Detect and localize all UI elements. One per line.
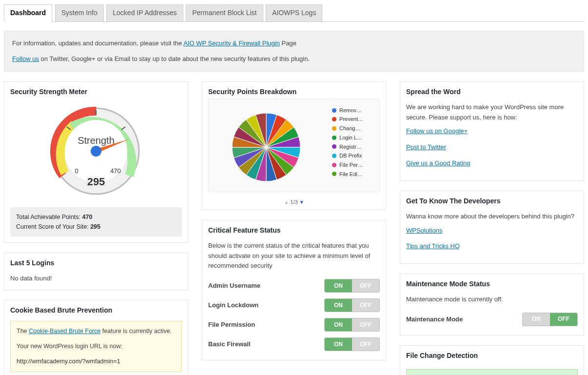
pager-next-icon[interactable]: ▼ xyxy=(299,199,304,205)
legend-swatch-icon xyxy=(332,117,336,121)
box-title: Get To Know The Developers xyxy=(400,191,584,208)
plugin-link[interactable]: AIO WP Security & Firewall Plugin xyxy=(183,39,280,47)
svg-text:Strength: Strength xyxy=(78,135,115,146)
legend-item: File Edi… xyxy=(332,170,363,179)
legend-swatch-icon xyxy=(332,144,336,149)
pager-prev-icon[interactable]: ▲ xyxy=(284,199,289,205)
legend-item: Prevent… xyxy=(332,115,363,124)
legend-swatch-icon xyxy=(332,154,336,158)
critical-desc: Below is the current status of the criti… xyxy=(208,241,380,271)
points-breakdown-box: Security Points Breakdown Remov…Prevent…… xyxy=(202,81,386,210)
spread-word-box: Spread the Word We are working hard to m… xyxy=(400,81,584,181)
feature-toggle[interactable]: ONOFF xyxy=(324,298,380,312)
legend-item: DB Prefix xyxy=(332,151,363,160)
link-wpsolutions[interactable]: WPSolutions xyxy=(406,226,578,236)
maintenance-toggle[interactable]: ON OFF xyxy=(522,313,578,326)
maint-label: Maintenance Mode xyxy=(406,315,463,325)
cookie-brute-link[interactable]: Cookie-Based Brute Force xyxy=(29,328,100,335)
pie-legend: Remov…Prevent…Chang…Login L…Registr…DB P… xyxy=(332,106,363,179)
info-text: For information, updates and documentati… xyxy=(12,39,183,47)
box-title: File Change Detection xyxy=(400,346,584,362)
legend-item: Chang… xyxy=(332,124,363,133)
maintenance-box: Maintenance Mode Status Maintenance mode… xyxy=(400,274,584,336)
nav-tabs: Dashboard System Info Locked IP Addresse… xyxy=(4,0,584,22)
box-title: Critical Feature Status xyxy=(202,220,386,237)
link-googleplus[interactable]: Follow us on Google+ xyxy=(406,126,578,137)
tab-system-info[interactable]: System Info xyxy=(55,4,104,22)
box-title: Cookie Based Brute Prevention xyxy=(4,300,188,317)
link-tipsntricks[interactable]: Tips and Tricks HQ xyxy=(406,241,578,252)
feature-row: Basic FirewallONOFF xyxy=(208,335,380,354)
legend-label: File Per… xyxy=(339,160,363,170)
feature-toggle[interactable]: ONOFF xyxy=(324,279,380,293)
feature-row: Login LockdownONOFF xyxy=(208,296,380,315)
legend-pager: ▲ 1/3 ▼ xyxy=(202,198,386,210)
legend-item: Remov… xyxy=(332,106,363,115)
info-text: Page xyxy=(282,39,296,47)
file-change-status xyxy=(406,369,578,375)
critical-feature-box: Critical Feature Status Below is the cur… xyxy=(202,220,386,360)
feature-label: Admin Username xyxy=(208,281,260,291)
box-title: Security Points Breakdown xyxy=(202,82,386,99)
tab-locked-ip[interactable]: Locked IP Addresses xyxy=(106,4,183,22)
svg-text:0: 0 xyxy=(75,167,78,175)
legend-label: Login L… xyxy=(339,133,362,142)
devs-desc: Wanna know more about the developers beh… xyxy=(406,212,578,222)
feature-label: Login Lockdown xyxy=(208,300,258,311)
pager-text: 1/3 xyxy=(290,199,297,205)
svg-text:295: 295 xyxy=(87,176,105,188)
legend-item: File Per… xyxy=(332,160,363,170)
last-logins-box: Last 5 Logins No data found! xyxy=(4,253,188,290)
legend-label: Remov… xyxy=(339,106,362,115)
feature-row: File PermissionONOFF xyxy=(208,315,380,335)
pie-chart xyxy=(225,106,308,189)
follow-us-link[interactable]: Follow us xyxy=(12,55,39,62)
legend-label: DB Prefix xyxy=(339,151,362,160)
legend-swatch-icon xyxy=(332,108,336,113)
legend-label: Prevent… xyxy=(339,115,363,124)
feature-label: Basic Firewall xyxy=(208,339,251,350)
spread-desc: We are working hard to make your WordPre… xyxy=(406,102,578,123)
file-change-box: File Change Detection xyxy=(400,345,584,375)
legend-label: File Edi… xyxy=(339,170,363,179)
svg-text:470: 470 xyxy=(110,167,121,175)
box-title: Spread the Word xyxy=(400,82,584,99)
tab-dashboard[interactable]: Dashboard xyxy=(4,4,52,22)
feature-toggle[interactable]: ONOFF xyxy=(324,337,380,351)
legend-item: Registr… xyxy=(332,142,363,152)
link-twitter[interactable]: Post to Twitter xyxy=(406,142,578,153)
box-title: Last 5 Logins xyxy=(4,253,188,270)
info-notice: For information, updates and documentati… xyxy=(4,31,584,72)
info-text: on Twitter, Google+ or via Email to stay… xyxy=(41,55,310,62)
box-title: Security Strength Meter xyxy=(4,82,188,99)
legend-swatch-icon xyxy=(332,126,336,131)
box-title: Maintenance Mode Status xyxy=(400,274,584,291)
legend-swatch-icon xyxy=(332,163,336,167)
link-rating[interactable]: Give us a Good Rating xyxy=(406,158,578,169)
svg-point-10 xyxy=(91,146,101,157)
legend-label: Registr… xyxy=(339,142,362,152)
feature-toggle[interactable]: ONOFF xyxy=(324,318,380,332)
maint-desc: Maintenance mode is currently off. xyxy=(406,295,578,305)
feature-row: Admin UsernameONOFF xyxy=(208,276,380,296)
legend-swatch-icon xyxy=(332,172,336,176)
cookie-callout: The Cookie-Based Brute Force feature is … xyxy=(10,321,182,373)
feature-label: File Permission xyxy=(208,320,255,330)
last-logins-body: No data found! xyxy=(4,270,188,290)
tab-aiowps-logs[interactable]: AIOWPS Logs xyxy=(266,4,322,22)
gauge-icon: Strength 0 470 295 xyxy=(47,102,145,195)
gauge-stats: Total Achievable Points: 470 Current Sco… xyxy=(10,207,182,237)
legend-item: Login L… xyxy=(332,133,363,142)
legend-label: Chang… xyxy=(339,124,360,133)
cookie-brute-box: Cookie Based Brute Prevention The Cookie… xyxy=(4,300,188,375)
security-strength-meter-box: Security Strength Meter Strength xyxy=(4,81,188,243)
developers-box: Get To Know The Developers Wanna know mo… xyxy=(400,191,584,264)
login-url: http://wmfacademy.com/?wmfadmin=1 xyxy=(17,356,176,367)
tab-permanent-block[interactable]: Permanent Block List xyxy=(186,4,263,22)
legend-swatch-icon xyxy=(332,136,336,140)
